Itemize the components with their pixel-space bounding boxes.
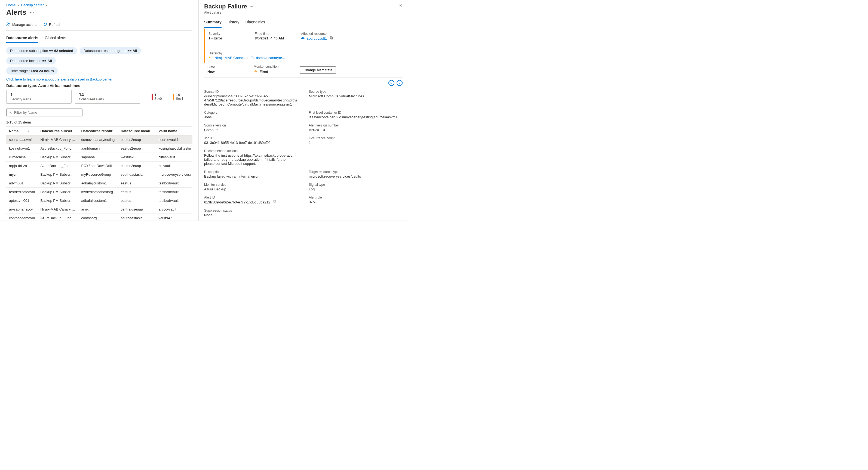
filter-pill-subscription[interactable]: Datasource subscription == 62 selected	[6, 47, 77, 55]
ellipsis-icon[interactable]: ⋯	[30, 10, 34, 15]
breadcrumb: Home › Backup center ›	[6, 3, 192, 7]
pill-label: Datasource location ==	[10, 59, 48, 63]
chevron-right-icon: ›	[18, 3, 19, 7]
table-cell: Nirajk-MAB Canary Su...	[37, 205, 79, 214]
card-configured-alerts[interactable]: 14 Configured alerts	[75, 90, 140, 104]
smile-icon[interactable]	[389, 80, 394, 86]
column-header-resource-group[interactable]: Datasource resour...	[79, 127, 118, 135]
filter-pill-time-range[interactable]: Time range : Last 24 hours	[6, 67, 58, 74]
warning-icon	[254, 70, 258, 74]
table-row[interactable]: contosodemovmAzureBackup_Function...cont…	[6, 214, 192, 221]
svg-point-0	[7, 23, 8, 24]
description-value: Backup failed with an internal error.	[204, 174, 298, 178]
filter-pill-location[interactable]: Datasource location == All	[6, 57, 56, 64]
pin-icon[interactable]	[250, 4, 254, 9]
frown-icon[interactable]	[397, 80, 403, 86]
svg-rect-4	[331, 37, 333, 39]
filter-name-input[interactable]	[6, 108, 83, 116]
table-cell: eastus2euap	[118, 135, 156, 144]
copy-icon[interactable]	[273, 200, 277, 204]
table-cell: eastus	[118, 196, 156, 205]
job-id-label: Job ID	[204, 136, 298, 140]
table-cell: vault947	[156, 214, 192, 221]
table-row[interactable]: advm001Backup PM Subscriptionadbalajicus…	[6, 179, 192, 188]
monitor-service-value: Azure Backup	[204, 187, 298, 191]
table-row[interactable]: arpja-drl-zn1AzureBackup_Function...ECYZ…	[6, 162, 192, 170]
severity-bar-icon	[152, 94, 153, 100]
panel-tab-diagnostics[interactable]: Diagnostics	[245, 18, 265, 28]
table-cell: arvsaphanaccy	[6, 205, 37, 214]
table-cell: eastus2euap	[118, 144, 156, 153]
monitor-condition-value: Fired	[260, 70, 268, 74]
column-header-vault[interactable]: Vault name	[156, 127, 192, 135]
table-row[interactable]: climachineBackup PM Subscriptionsaphanaw…	[6, 153, 192, 162]
svg-point-13	[400, 82, 400, 83]
source-id-value: /subscriptions/6c48fa17-39c7-45f1-90ac-4…	[204, 94, 298, 106]
column-header-location[interactable]: Datasource locati...	[118, 127, 156, 135]
severity-value: 1 - Error	[209, 36, 244, 40]
alert-rule-label: Alert rule	[309, 196, 403, 199]
panel-tab-history[interactable]: History	[227, 18, 240, 28]
pill-label: Datasource resource group ==	[84, 49, 132, 53]
column-header-name[interactable]: Name ↑↓	[6, 127, 37, 135]
sev0-count: 1	[154, 93, 162, 97]
svg-rect-14	[274, 201, 276, 203]
refresh-icon	[43, 22, 48, 27]
hierarchy-label: Hierarchy	[209, 52, 285, 55]
severity-bar-icon	[173, 94, 174, 100]
table-cell: clitestvault	[156, 153, 192, 162]
table-cell: testbcdrvault	[156, 196, 192, 205]
close-icon[interactable]: ✕	[399, 3, 403, 8]
card-security-alerts[interactable]: 1 Security alerts	[6, 90, 71, 104]
pill-label: Datasource subscription ==	[10, 49, 54, 53]
people-icon	[6, 22, 11, 27]
panel-tab-summary[interactable]: Summary	[204, 18, 222, 28]
tab-global-alerts[interactable]: Global alerts	[45, 34, 66, 43]
severity-label: Severity	[209, 32, 244, 36]
alert-id-value: 613fc039-b962-e7b0-e7c7-1bd5c83ba212	[204, 200, 270, 204]
hierarchy-link-2[interactable]: dsmovecanaryte...	[256, 56, 285, 60]
affected-resource-link[interactable]: sourcevault1	[307, 36, 327, 40]
change-alert-state-button[interactable]: Change alert state	[300, 66, 336, 74]
breadcrumb-home[interactable]: Home	[6, 3, 16, 7]
table-row[interactable]: sourceiaasvm1Nirajk-MAB Canary Su...dsmo…	[6, 135, 192, 144]
sev1-label: Sev1	[176, 97, 183, 101]
first-container-value: iaasvmcontainerv2;dsmovecanarytesting;so…	[309, 115, 403, 119]
table-cell: ECYZoneDownDrill	[79, 162, 118, 170]
table-cell: AzureBackup_Function...	[37, 162, 79, 170]
table-row[interactable]: arvsaphanaccyNirajk-MAB Canary Su...arvr…	[6, 205, 192, 214]
source-version-label: Source version	[204, 124, 298, 127]
sev1-indicator: 14 Sev1	[173, 90, 183, 104]
table-row[interactable]: myvmBackup PM SubscriptionmyResourceGrou…	[6, 170, 192, 179]
alert-rule-value: -NA-	[309, 200, 403, 204]
occurrence-label: Occurrence count	[309, 136, 403, 140]
manage-actions-label: Manage actions	[12, 23, 37, 27]
manage-actions-button[interactable]: Manage actions	[6, 22, 37, 27]
filter-pill-resource-group[interactable]: Datasource resource group == All	[80, 47, 141, 55]
search-icon	[8, 110, 12, 115]
hierarchy-link-1[interactable]: Nirajk-MAB Canar...	[215, 56, 246, 60]
table-cell: climachine	[6, 153, 37, 162]
copy-icon[interactable]	[330, 36, 333, 40]
pill-value: All	[132, 49, 137, 53]
pill-value: 62 selected	[54, 49, 73, 53]
description-label: Description	[204, 170, 298, 174]
table-row[interactable]: kosinghavm1AzureBackup_Function...aarifd…	[6, 144, 192, 153]
table-row[interactable]: aptestvm001Backup PM Subscriptionadbalaj…	[6, 196, 192, 205]
sev0-indicator: 1 Sev0	[152, 90, 162, 104]
svg-point-10	[391, 82, 391, 83]
table-cell: contosorg	[79, 214, 118, 221]
learn-more-link[interactable]: Click here to learn more about the alert…	[6, 77, 192, 81]
sev1-count: 14	[176, 93, 183, 97]
table-cell: centraluseuap	[118, 205, 156, 214]
breadcrumb-backup-center[interactable]: Backup center	[21, 3, 43, 7]
svg-point-12	[399, 82, 399, 83]
table-row[interactable]: restdedicatedvmBackup PM Subscriptionmyd…	[6, 188, 192, 196]
card-label: Security alerts	[10, 97, 67, 101]
sort-icon[interactable]: ↑↓	[28, 130, 31, 133]
tab-datasource-alerts[interactable]: Datasource alerts	[6, 34, 38, 43]
column-header-subscription[interactable]: Datasource subscr...	[37, 127, 79, 135]
first-container-label: First level container ID	[309, 111, 403, 114]
refresh-button[interactable]: Refresh	[43, 22, 62, 27]
table-cell: arpja-drl-zn1	[6, 162, 37, 170]
